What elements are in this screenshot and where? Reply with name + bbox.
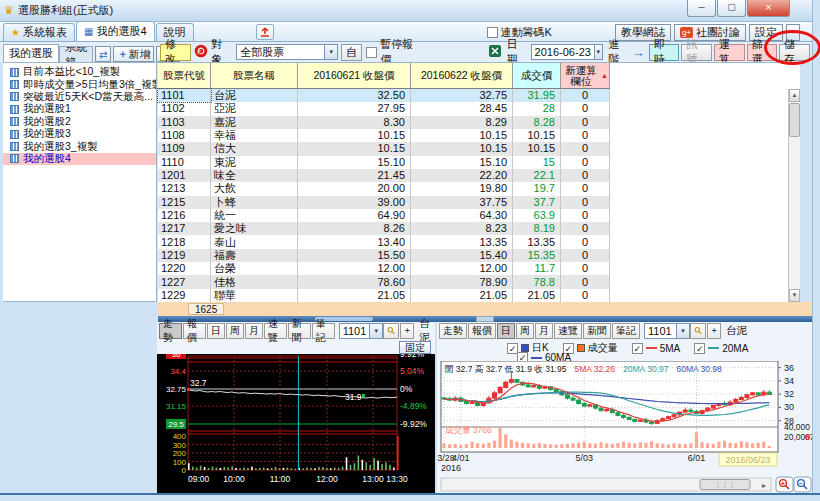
maximize-button[interactable]: ▢: [717, 0, 746, 17]
export-button[interactable]: [256, 24, 274, 40]
cell-c2: 21.05: [411, 289, 513, 302]
overlay-checkbox-20MA[interactable]: ✓20MA: [694, 343, 748, 354]
auto-button[interactable]: 自: [341, 44, 362, 61]
column-header-3[interactable]: 20160622 收盤價: [411, 63, 513, 89]
table-row[interactable]: 1201味全21.4522.2022.10: [158, 169, 610, 182]
right-period-tab-3[interactable]: 周: [516, 323, 534, 339]
linked-chip-k-checkbox[interactable]: [487, 27, 498, 38]
modify-button[interactable]: 修改: [160, 44, 191, 61]
swap-button[interactable]: ⇄: [95, 46, 111, 62]
right-add-symbol-button[interactable]: ＋: [707, 323, 721, 339]
column-header-4[interactable]: 成交價: [513, 63, 561, 89]
excel-export-button[interactable]: [488, 44, 502, 60]
table-row[interactable]: 1108幸福10.1510.1510.150: [158, 129, 610, 142]
date-select[interactable]: 2016-06-23 ▼: [531, 44, 603, 60]
left-period-tab-7[interactable]: 筆記: [312, 323, 335, 339]
signal-button[interactable]: 訊號: [681, 44, 712, 61]
svg-text:5.04%: 5.04%: [400, 366, 425, 376]
sidebar-item[interactable]: 我的選股4: [3, 153, 156, 165]
table-row[interactable]: 1218泰山13.4013.3513.350: [158, 235, 610, 248]
add-picks-button[interactable]: ＋ 新增: [113, 46, 154, 62]
table-row[interactable]: 1110東泥15.1015.10150: [158, 156, 610, 169]
sidebar-item[interactable]: 我的選股2: [3, 116, 156, 128]
picks-tab-system[interactable]: 系統範: [59, 46, 93, 62]
table-row[interactable]: 1219福壽15.5015.4015.350: [158, 249, 610, 262]
table-row[interactable]: 1102亞泥27.9528.45280: [158, 102, 610, 115]
target-select[interactable]: 全部股票 ▼: [236, 44, 338, 60]
sidebar-item[interactable]: 我的選股3: [3, 128, 156, 140]
column-header-5[interactable]: 新運算欄位▲: [561, 63, 610, 89]
table-row[interactable]: 1216統一64.9064.3063.90: [158, 209, 610, 222]
table-row[interactable]: 1103嘉泥8.308.298.280: [158, 116, 610, 129]
table-vscroll[interactable]: ▲ ▼: [788, 89, 800, 302]
vscroll-thumb[interactable]: [789, 103, 800, 137]
minimize-button[interactable]: ─: [687, 0, 716, 17]
right-period-tab-7[interactable]: 筆記: [612, 323, 640, 339]
table-row[interactable]: 1109信大10.1510.1510.150: [158, 142, 610, 155]
right-search-button[interactable]: [690, 323, 706, 339]
left-period-tab-5[interactable]: 速覽: [264, 323, 287, 339]
left-add-symbol-button[interactable]: ＋: [400, 323, 414, 339]
close-button[interactable]: ×: [747, 0, 790, 17]
overlay-label: 20MA: [722, 343, 748, 354]
compute-button[interactable]: 運算: [714, 44, 745, 61]
scroll-up-button[interactable]: ▲: [789, 89, 800, 102]
left-period-tab-4[interactable]: 月: [245, 323, 263, 339]
stop-refresh-button[interactable]: [194, 44, 208, 60]
overlay-checkbox-5MA[interactable]: ✓5MA: [632, 343, 681, 354]
cell-c1: 39.00: [298, 196, 411, 209]
sidebar-item[interactable]: 即時成交量>5日均量3倍_複製: [3, 78, 156, 90]
right-period-tab-2[interactable]: 日: [497, 323, 515, 339]
cell-c1: 27.95: [298, 102, 411, 115]
table-row[interactable]: 1227佳格78.6078.9078.80: [158, 275, 610, 288]
cell-c2: 12.00: [411, 262, 513, 275]
column-header-1[interactable]: 股票名稱: [211, 63, 298, 89]
sidebar-item[interactable]: 突破最近5天K<D當天最高...: [3, 91, 156, 103]
picks-sidebar: 目前本益比<10_複製即時成交量>5日均量3倍_複製突破最近5天K<D當天最高.…: [3, 62, 157, 302]
right-symbol-select[interactable]: 1101▼: [644, 323, 690, 339]
left-period-tab-3[interactable]: 周: [226, 323, 244, 339]
tab-system-reports[interactable]: ★系統報表: [3, 23, 75, 41]
right-period-tab-5[interactable]: 速覽: [554, 323, 582, 339]
cell-name: 信大: [211, 142, 298, 155]
right-period-tab-6[interactable]: 新聞: [583, 323, 611, 339]
realtime-button[interactable]: 即時: [649, 44, 680, 61]
cell-name: 東泥: [211, 156, 298, 169]
sidebar-item[interactable]: 目前本益比<10_複製: [3, 66, 156, 78]
cell-c1: 21.05: [298, 289, 411, 302]
sidebar-item[interactable]: 我的選股3_複製: [3, 140, 156, 152]
table-row[interactable]: 1229聯華21.0521.0521.050: [158, 289, 610, 302]
scroll-down-button[interactable]: ▼: [789, 289, 800, 302]
left-period-tab-2[interactable]: 日: [207, 323, 225, 339]
table-row[interactable]: 1220台榮12.0012.0011.70: [158, 262, 610, 275]
window-right-border: [812, 0, 820, 501]
right-period-tab-1[interactable]: 報價: [468, 323, 496, 339]
swatch-square-icon: [521, 344, 529, 352]
left-symbol-select[interactable]: 1101▼: [339, 323, 384, 339]
column-header-2[interactable]: 20160621 收盤價: [298, 63, 411, 89]
tab-my-picks-4[interactable]: ▦我的選股4: [76, 21, 155, 41]
chevron-down-icon: ▼: [676, 324, 689, 338]
left-period-tab-0[interactable]: 走勢: [159, 323, 182, 339]
sidebar-item[interactable]: 我的選股1: [3, 103, 156, 115]
table-row[interactable]: 1213大飲20.0019.8019.70: [158, 182, 610, 195]
result-count: 1625: [188, 303, 224, 315]
right-period-tab-0[interactable]: 走勢: [439, 323, 467, 339]
cell-price: 37.7: [513, 196, 561, 209]
column-header-0[interactable]: 股票代號: [158, 63, 211, 89]
picks-tab-my[interactable]: 我的選股: [3, 44, 59, 62]
left-search-button[interactable]: [383, 323, 399, 339]
left-period-tab-6[interactable]: 新聞: [288, 323, 311, 339]
sidebar-list: 目前本益比<10_複製即時成交量>5日均量3倍_複製突破最近5天K<D當天最高.…: [3, 66, 156, 165]
svg-text:10:00: 10:00: [223, 474, 245, 484]
grid-icon: [10, 92, 19, 101]
right-period-tab-4[interactable]: 月: [535, 323, 553, 339]
table-row[interactable]: 1217愛之味8.268.238.190: [158, 222, 610, 235]
cell-name: 亞泥: [211, 102, 298, 115]
pause-quote-checkbox[interactable]: [366, 47, 377, 58]
table-row[interactable]: 1215卜蜂39.0037.7537.70: [158, 196, 610, 209]
left-period-tab-1[interactable]: 報價: [183, 323, 206, 339]
fix-button[interactable]: 固定: [399, 341, 431, 354]
overlay-label: 成交量: [588, 341, 618, 355]
table-row[interactable]: 1101台泥32.5032.7531.950: [158, 89, 610, 102]
